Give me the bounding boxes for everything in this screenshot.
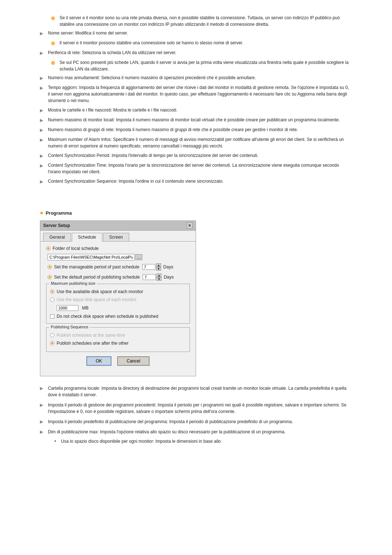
tab-general[interactable]: General [43, 233, 71, 241]
list-item: ▶ Imposta il periodo di gestione dei pro… [40, 402, 352, 415]
item-text: Se sul PC sono presenti più schede LAN, … [60, 59, 352, 72]
spinner-up[interactable]: ▲ [156, 263, 161, 267]
pub-same-label: Publish schedules at the same time [57, 333, 125, 338]
item-text: Nome server: Modifica il nome del server… [48, 30, 128, 36]
list-item: ⊕ Se il server e il monitor sono su una … [51, 15, 352, 28]
item-text: Il server e il monitor possono stabilire… [60, 40, 243, 46]
publishing-sequence-group: Publishing Sequence Publish schedules at… [46, 327, 190, 352]
top-section: ⊕ Se il server e il monitor sono su una … [40, 15, 352, 185]
sub-list-item: ⊕ Il server e il monitor possono stabili… [51, 40, 352, 47]
dialog-close-button[interactable]: × [187, 222, 193, 229]
no-check-label: Do not check disk space when schedule is… [57, 314, 158, 319]
cancel-button[interactable]: Cancel [117, 356, 150, 366]
publishing-sequence-title: Publishing Sequence [49, 325, 90, 329]
manageable-label: Set the manageable period of past schedu… [54, 264, 139, 270]
opt-equal-radio[interactable] [50, 297, 54, 302]
list-item: ▶ Imposta il periodo predefinito di pubb… [40, 418, 352, 425]
opt-available-radio[interactable] [50, 289, 54, 294]
item-text: Cartella programma locale: Imposta la di… [48, 385, 352, 398]
item-text: Numero massimo di monitor locali: Impost… [48, 117, 340, 123]
item-text: Numero max annullamenti: Seleziona il nu… [48, 74, 256, 81]
list-item: ▶ Periferica di rete: Seleziona la sched… [40, 49, 352, 56]
item-text: Content Synchronization Period: Imposta … [48, 152, 258, 159]
plus-icon: ⊕ [51, 59, 57, 67]
plus-icon: ⊕ [51, 40, 57, 47]
opt-equal-row: Use the equal disk space of each monitor [50, 297, 186, 302]
arrow-icon: ▶ [40, 85, 45, 91]
pub-same-radio[interactable] [50, 333, 54, 337]
folder-input-row: ... [48, 254, 190, 260]
item-text: Imposta il periodo predefinito di pubbli… [48, 418, 293, 425]
list-item: ▶ Cartella programma locale: Imposta la … [40, 385, 352, 398]
opt-available-label: Use the available disk space of each mon… [57, 289, 143, 294]
item-text: Numero massimo di gruppi di rete: Impost… [48, 126, 298, 133]
default-unit: Days [164, 275, 173, 280]
list-item: ▶ Tempo aggiorn: Imposta la frequenza di… [40, 84, 352, 104]
pub-one-row: Publish schedules one after the other [50, 341, 186, 346]
opt-available-row: Use the available disk space of each mon… [50, 289, 186, 294]
list-item: ▶ Maximum number of Alarm Infos: Specifi… [40, 136, 352, 149]
manageable-unit: Days [163, 264, 173, 270]
arrow-icon: ▶ [40, 75, 45, 81]
dialog-buttons: OK Cancel [46, 356, 190, 366]
size-input[interactable] [57, 305, 78, 311]
plus-icon: ⊕ [51, 15, 57, 22]
sub-list-item: ⊕ Se sul PC sono presenti più schede LAN… [51, 59, 352, 72]
ok-button[interactable]: OK [86, 356, 111, 366]
default-radio[interactable] [48, 275, 52, 279]
list-item: ▶ Dim di pubblicazione max: Imposta l'op… [40, 429, 352, 435]
size-value-row: MB [57, 305, 186, 311]
default-spinner[interactable]: ▲ ▼ [156, 274, 162, 281]
max-publishing-size-group: Maximum publishing size Use the availabl… [46, 284, 190, 324]
list-item: ▶ Nome server: Modifica il nome del serv… [40, 30, 352, 37]
folder-input[interactable] [48, 254, 135, 260]
arrow-icon: ▶ [40, 385, 45, 392]
arrow-icon: ▶ [40, 402, 45, 408]
pub-one-label: Publish schedules one after the other [57, 341, 128, 346]
list-item: ▶ Content Synchronization Time: Imposta … [40, 162, 352, 175]
spinner-down[interactable]: ▼ [156, 267, 161, 271]
arrow-icon: ▶ [40, 178, 45, 185]
list-item: ▶ Numero massimo di monitor locali: Impo… [40, 117, 352, 123]
manageable-period-row: Set the manageable period of past schedu… [48, 263, 190, 271]
spinner-down[interactable]: ▼ [156, 277, 162, 281]
item-text: Se il server e il monitor sono su una re… [60, 15, 352, 28]
bullet-item: • Usa lo spazio disco disponibile per og… [54, 439, 352, 444]
arrow-icon: ▶ [40, 162, 45, 169]
tab-screen[interactable]: Screen [103, 233, 129, 241]
default-value[interactable] [143, 274, 156, 280]
default-label: Set the default period of publishing sch… [54, 275, 140, 280]
main-content: ⊕ Se il server e il monitor sono su una … [40, 15, 352, 444]
folder-radio[interactable] [46, 246, 50, 251]
arrow-icon: ▶ [40, 117, 45, 123]
pub-one-radio[interactable] [50, 341, 54, 345]
list-item: ▶ Numero max annullamenti: Seleziona il … [40, 74, 352, 81]
no-check-diskspace-row: Do not check disk space when schedule is… [50, 314, 186, 319]
dialog-body: Folder of local schedule ... Set the man… [40, 242, 196, 370]
tab-bar: General Schedule Screen [40, 231, 196, 242]
manageable-value[interactable] [142, 264, 155, 270]
programma-section: ● Programma Server Setup × General Sched… [40, 210, 352, 376]
manageable-radio[interactable] [48, 265, 52, 269]
browse-button[interactable]: ... [135, 254, 142, 260]
manageable-spinner[interactable]: ▲ ▼ [156, 263, 161, 271]
opt-equal-label: Use the equal disk space of each monitor [57, 297, 136, 302]
item-text: Mostra le cartelle e i file nascosti: Mo… [48, 107, 177, 113]
programma-title: ● Programma [40, 210, 352, 216]
folder-label: Folder of local schedule [53, 246, 99, 251]
dialog-titlebar: Server Setup × [40, 221, 196, 231]
spinner-up[interactable]: ▲ [156, 274, 162, 277]
programma-label: Programma [46, 210, 72, 216]
no-check-checkbox[interactable] [50, 314, 54, 319]
item-text: Imposta il periodo di gestione dei progr… [48, 402, 352, 415]
arrow-icon: ▶ [40, 30, 45, 37]
dialog-title: Server Setup [43, 223, 70, 228]
bullet-icon: • [54, 439, 58, 444]
list-item: ▶ Content Synchronization Period: Impost… [40, 152, 352, 159]
arrow-icon: ▶ [40, 429, 45, 435]
arrow-icon: ▶ [40, 107, 45, 114]
size-unit: MB [82, 305, 89, 311]
tab-schedule[interactable]: Schedule [72, 233, 102, 242]
bottom-section: ▶ Cartella programma locale: Imposta la … [40, 385, 352, 444]
max-publishing-size-title: Maximum publishing size [49, 281, 97, 285]
